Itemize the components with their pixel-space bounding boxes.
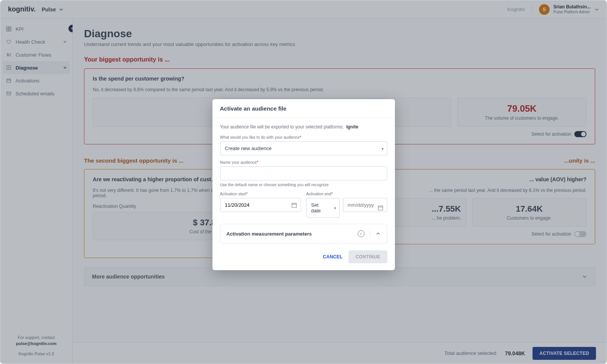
info-icon[interactable]: i xyxy=(358,230,365,237)
activation-start-label: Activation start* xyxy=(220,191,301,196)
continue-button[interactable]: CONTINUE xyxy=(349,250,387,263)
activation-end-input[interactable] xyxy=(343,198,387,212)
cancel-button[interactable]: CANCEL xyxy=(323,254,343,260)
activate-audience-modal: Activate an audience file Your audience … xyxy=(212,99,395,270)
modal-overlay[interactable]: Activate an audience file Your audience … xyxy=(0,0,607,364)
chevron-up-icon[interactable] xyxy=(376,231,381,236)
audience-name-help: Use the default name or choose something… xyxy=(220,182,387,187)
modal-title: Activate an audience file xyxy=(212,99,395,118)
activation-start-input[interactable] xyxy=(220,198,301,212)
measurement-parameters-panel[interactable]: Activation measurement parameters i xyxy=(220,224,387,244)
divider xyxy=(370,229,370,238)
activation-end-mode-select[interactable]: Set date xyxy=(306,198,340,218)
audience-name-input[interactable] xyxy=(220,166,387,180)
modal-export-text: Your audience file will be exported to y… xyxy=(220,124,387,130)
audience-action-select[interactable]: Create new audience xyxy=(220,141,387,155)
audience-name-label: Name your audience* xyxy=(220,160,387,165)
activation-end-label: Activation end* xyxy=(306,191,387,196)
audience-action-label: What would you like to do with your audi… xyxy=(220,135,387,139)
